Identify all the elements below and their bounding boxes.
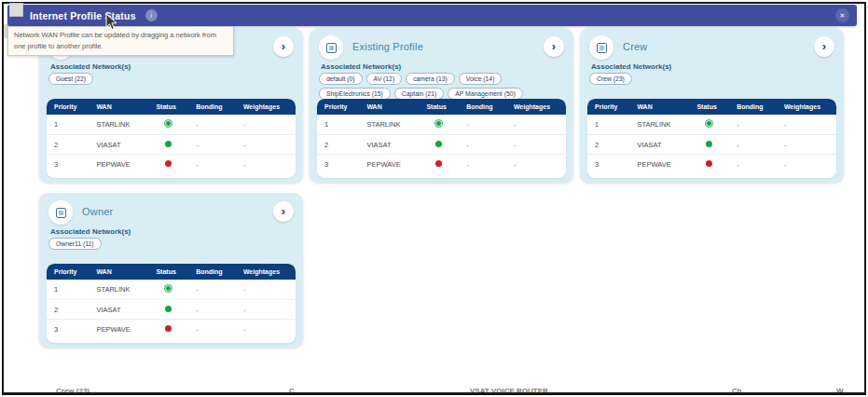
wan-cell: VIASAT xyxy=(89,306,148,314)
priority-cell: 2 xyxy=(47,141,89,149)
network-chip[interactable]: Voice (14) xyxy=(459,73,503,85)
wan-cell: PEPWAVE xyxy=(629,160,689,169)
weightages-cell: - xyxy=(506,141,566,149)
status-online-icon xyxy=(435,141,442,147)
network-chip[interactable]: Crew (23) xyxy=(589,73,632,85)
network-chip[interactable]: default (0) xyxy=(319,73,363,85)
wan-table-header: Priority WAN Status Bonding Weightages xyxy=(47,99,296,115)
wan-cell: PEPWAVE xyxy=(89,325,148,334)
chevron-right-icon: › xyxy=(822,40,826,52)
profile-icon xyxy=(589,35,613,60)
open-profile-button[interactable]: › xyxy=(544,36,564,57)
bonding-cell: - xyxy=(459,120,506,129)
status-cell xyxy=(689,141,729,149)
info-icon[interactable]: i xyxy=(145,9,158,21)
wan-table-header: Priority WAN Status Bonding Weightages xyxy=(317,99,566,115)
wan-table: Priority WAN Status Bonding Weightages 1… xyxy=(587,99,836,178)
priority-cell: 1 xyxy=(47,120,89,129)
status-online-icon xyxy=(165,285,172,292)
close-icon[interactable]: ✕ xyxy=(835,8,849,22)
profile-card-crew: Crew › Associated Network(s) Crew (23) P… xyxy=(580,28,844,183)
priority-cell: 2 xyxy=(317,141,359,149)
bonding-cell: - xyxy=(188,285,236,294)
status-offline-icon xyxy=(706,160,712,167)
col-bonding: Bonding xyxy=(188,268,236,275)
status-cell xyxy=(148,160,188,169)
associated-networks-label: Associated Network(s) xyxy=(321,62,401,71)
bonding-cell: - xyxy=(188,141,236,149)
card-title: Owner xyxy=(82,206,113,217)
status-online-icon xyxy=(165,306,172,312)
background-text-fragment: C xyxy=(289,387,295,392)
priority-cell: 1 xyxy=(317,120,359,129)
bonding-cell: - xyxy=(459,160,506,169)
network-chip[interactable]: Guest (22) xyxy=(48,73,93,85)
bonding-cell: - xyxy=(459,141,506,149)
status-cell xyxy=(148,285,188,294)
status-cell xyxy=(689,120,729,129)
priority-cell: 3 xyxy=(317,160,359,169)
network-chip[interactable]: Owner11 (11) xyxy=(48,238,102,250)
priority-cell: 3 xyxy=(587,160,629,169)
status-cell xyxy=(419,160,459,169)
status-cell xyxy=(689,160,729,169)
status-cell xyxy=(419,120,459,129)
col-bonding: Bonding xyxy=(188,103,236,110)
background-text-fragment: W xyxy=(836,387,844,392)
wan-cell: STARLINK xyxy=(89,285,148,294)
open-profile-button[interactable]: › xyxy=(814,36,834,57)
wan-row: 3 PEPWAVE - - xyxy=(47,319,296,338)
status-cell xyxy=(148,141,188,149)
profile-card-owner: Owner › Associated Network(s) Owner11 (1… xyxy=(39,193,303,348)
card-title: Existing Profile xyxy=(352,41,423,52)
weightages-cell: - xyxy=(236,306,296,314)
col-weightages: Weightages xyxy=(236,103,296,110)
status-cell xyxy=(148,120,188,129)
col-bonding: Bonding xyxy=(459,103,506,110)
bonding-cell: - xyxy=(188,160,236,169)
network-chip[interactable]: camera (13) xyxy=(406,73,455,85)
wan-row: 1 STARLINK - - xyxy=(47,115,296,134)
wan-table: Priority WAN Status Bonding Weightages 1… xyxy=(47,264,296,343)
open-profile-button[interactable]: › xyxy=(273,36,294,57)
background-text-fragment: Crew (23) xyxy=(56,387,90,392)
modal-titlebar: Internet Profile Status i ✕ xyxy=(7,5,857,26)
network-chips: default (0) AV (12) camera (13) Voice (1… xyxy=(319,73,566,100)
weightages-cell: - xyxy=(777,141,836,149)
associated-networks-label: Associated Network(s) xyxy=(591,62,671,71)
network-chips: Guest (22) xyxy=(48,73,296,85)
background-text-fragment: Ch xyxy=(732,387,742,392)
wan-cell: PEPWAVE xyxy=(89,160,148,169)
col-wan: WAN xyxy=(89,103,148,110)
col-status: Status xyxy=(148,268,188,275)
clipped-background-row: Crew (23) C VSAT VOICE ROUTER Ch W xyxy=(4,387,864,392)
priority-cell: 1 xyxy=(587,120,629,129)
wan-cell: STARLINK xyxy=(629,120,689,129)
wan-row: 1 STARLINK - - xyxy=(47,280,296,299)
col-priority: Priority xyxy=(47,103,89,110)
priority-cell: 1 xyxy=(47,285,89,294)
col-priority: Priority xyxy=(317,103,359,110)
weightages-cell: - xyxy=(777,160,836,169)
profile-icon xyxy=(48,200,73,225)
bonding-cell: - xyxy=(729,160,777,169)
weightages-cell: - xyxy=(236,141,296,149)
bonding-cell: - xyxy=(729,141,777,149)
bonding-cell: - xyxy=(188,306,236,314)
col-priority: Priority xyxy=(47,268,89,275)
col-status: Status xyxy=(689,103,729,110)
open-profile-button[interactable]: › xyxy=(273,201,294,222)
card-title: Crew xyxy=(623,41,647,52)
status-online-icon xyxy=(165,120,172,127)
network-chip[interactable]: AV (12) xyxy=(366,73,403,85)
weightages-cell: - xyxy=(506,160,566,169)
priority-cell: 3 xyxy=(47,160,89,169)
weightages-cell: - xyxy=(236,325,296,334)
associated-networks-label: Associated Network(s) xyxy=(50,227,131,236)
wan-row: 3 PEPWAVE - - xyxy=(317,154,566,173)
background-text-fragment: VSAT VOICE ROUTER xyxy=(470,387,548,392)
wan-row: 1 STARLINK - - xyxy=(587,115,836,134)
wan-row: 2 VIASAT - - xyxy=(587,134,836,154)
wan-table-header: Priority WAN Status Bonding Weightages xyxy=(587,99,836,115)
wan-row: 2 VIASAT - - xyxy=(47,299,296,319)
